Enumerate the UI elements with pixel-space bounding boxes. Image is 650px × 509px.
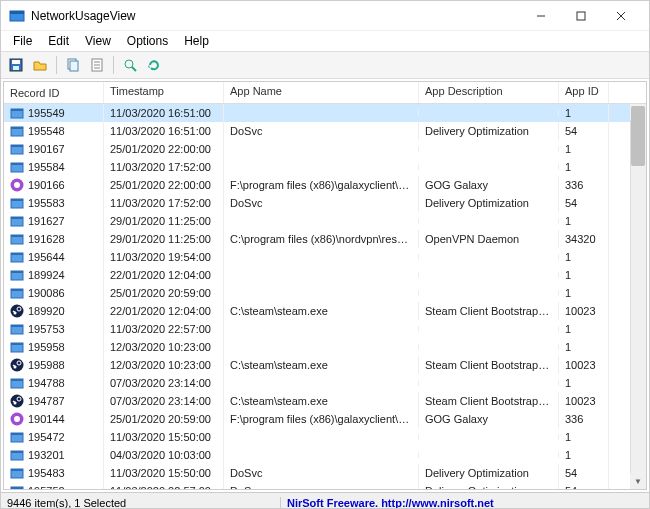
menu-help[interactable]: Help (176, 32, 217, 50)
open-folder-icon[interactable] (29, 54, 51, 76)
cell-app-description (419, 218, 559, 224)
cell-record-id: 195988 (28, 359, 65, 371)
close-button[interactable] (601, 2, 641, 30)
cell-timestamp: 11/03/2020 22:57:00 (104, 482, 224, 489)
properties-icon[interactable] (86, 54, 108, 76)
cell-timestamp: 11/03/2020 19:54:00 (104, 248, 224, 266)
cell-timestamp: 12/03/2020 10:23:00 (104, 356, 224, 374)
row-app-icon (10, 376, 24, 390)
menu-options[interactable]: Options (119, 32, 176, 50)
svg-rect-64 (11, 469, 23, 471)
menubar: File Edit View Options Help (1, 31, 649, 51)
col-app-name[interactable]: App Name (224, 82, 419, 103)
scrollbar-thumb[interactable] (631, 106, 645, 166)
table-row[interactable]: 19016725/01/2020 22:00:001 (4, 140, 646, 158)
cell-app-id: 54 (559, 464, 609, 482)
cell-app-description (419, 254, 559, 260)
table-row[interactable]: 19575211/03/2020 22:57:00DoSvcDelivery O… (4, 482, 646, 489)
svg-rect-52 (11, 379, 23, 381)
svg-rect-46 (11, 343, 23, 345)
toolbar-separator (56, 56, 57, 74)
table-row[interactable]: 19598812/03/2020 10:23:00C:\steam\steam.… (4, 356, 646, 374)
table-row[interactable]: 19554911/03/2020 16:51:001 (4, 104, 646, 122)
col-app-id[interactable]: App ID (559, 82, 609, 103)
cell-timestamp: 07/03/2020 23:14:00 (104, 392, 224, 410)
titlebar: NetworkUsageView (1, 1, 649, 31)
cell-app-id: 10023 (559, 356, 609, 374)
table-row[interactable]: 19558311/03/2020 17:52:00DoSvcDelivery O… (4, 194, 646, 212)
menu-edit[interactable]: Edit (40, 32, 77, 50)
table-row[interactable]: 19014425/01/2020 20:59:00F:\program file… (4, 410, 646, 428)
cell-timestamp: 11/03/2020 16:51:00 (104, 122, 224, 140)
cell-app-name (224, 344, 419, 350)
table-row[interactable]: 19162729/01/2020 11:25:001 (4, 212, 646, 230)
cell-app-name: C:\program files (x86)\nordvpn\resources… (224, 230, 419, 248)
table-row[interactable]: 19162829/01/2020 11:25:00C:\program file… (4, 230, 646, 248)
table-row[interactable]: 18992422/01/2020 12:04:001 (4, 266, 646, 284)
scroll-down-icon[interactable]: ▼ (630, 473, 646, 489)
cell-app-id: 336 (559, 176, 609, 194)
cell-app-description (419, 380, 559, 386)
row-app-icon (10, 322, 24, 336)
cell-app-description (419, 326, 559, 332)
cell-app-description (419, 164, 559, 170)
svg-rect-3 (577, 12, 585, 20)
row-app-icon (10, 358, 24, 372)
cell-app-id: 1 (559, 140, 609, 158)
status-link[interactable]: NirSoft Freeware. http://www.nirsoft.net (281, 497, 649, 509)
cell-record-id: 194788 (28, 377, 65, 389)
row-app-icon (10, 412, 24, 426)
cell-app-name (224, 218, 419, 224)
cell-timestamp: 11/03/2020 17:52:00 (104, 194, 224, 212)
table-row[interactable]: 19478807/03/2020 23:14:001 (4, 374, 646, 392)
cell-app-description (419, 434, 559, 440)
cell-app-name: C:\steam\steam.exe (224, 392, 419, 410)
cell-app-id: 1 (559, 446, 609, 464)
cell-app-name: F:\program files (x86)\galaxyclient\gala… (224, 176, 419, 194)
table-row[interactable]: 19554811/03/2020 16:51:00DoSvcDelivery O… (4, 122, 646, 140)
table-row[interactable]: 19320104/03/2020 10:03:001 (4, 446, 646, 464)
cell-app-name: DoSvc (224, 122, 419, 140)
cell-timestamp: 25/01/2020 22:00:00 (104, 176, 224, 194)
table-row[interactable]: 19548311/03/2020 15:50:00DoSvcDelivery O… (4, 464, 646, 482)
cell-app-description: Delivery Optimization (419, 482, 559, 489)
find-icon[interactable] (119, 54, 141, 76)
table-row[interactable]: 19595812/03/2020 10:23:001 (4, 338, 646, 356)
col-timestamp[interactable]: Timestamp (104, 82, 224, 103)
col-record-id[interactable]: Record ID (4, 82, 104, 103)
maximize-button[interactable] (561, 2, 601, 30)
table-row[interactable]: 19016625/01/2020 22:00:00F:\program file… (4, 176, 646, 194)
table-row[interactable]: 18992022/01/2020 12:04:00C:\steam\steam.… (4, 302, 646, 320)
cell-app-id: 54 (559, 482, 609, 489)
table-row[interactable]: 19575311/03/2020 22:57:001 (4, 320, 646, 338)
cell-timestamp: 04/03/2020 10:03:00 (104, 446, 224, 464)
save-icon[interactable] (5, 54, 27, 76)
minimize-button[interactable] (521, 2, 561, 30)
col-app-description[interactable]: App Description (419, 82, 559, 103)
table-row[interactable]: 19008625/01/2020 20:59:001 (4, 284, 646, 302)
cell-app-description (419, 290, 559, 296)
cell-app-id: 1 (559, 104, 609, 122)
table-row[interactable]: 19547211/03/2020 15:50:001 (4, 428, 646, 446)
cell-record-id: 191627 (28, 215, 65, 227)
cell-record-id: 195548 (28, 125, 65, 137)
refresh-icon[interactable] (143, 54, 165, 76)
table-row[interactable]: 19558411/03/2020 17:52:001 (4, 158, 646, 176)
menu-view[interactable]: View (77, 32, 119, 50)
cell-record-id: 195583 (28, 197, 65, 209)
row-app-icon (10, 250, 24, 264)
copy-icon[interactable] (62, 54, 84, 76)
table-row[interactable]: 19564411/03/2020 19:54:001 (4, 248, 646, 266)
cell-app-id: 1 (559, 212, 609, 230)
svg-rect-28 (11, 199, 23, 201)
cell-app-description: GOG Galaxy (419, 176, 559, 194)
row-app-icon (10, 430, 24, 444)
cell-record-id: 190166 (28, 179, 65, 191)
cell-app-id: 1 (559, 338, 609, 356)
menu-file[interactable]: File (5, 32, 40, 50)
table-row[interactable]: 19478707/03/2020 23:14:00C:\steam\steam.… (4, 392, 646, 410)
cell-timestamp: 29/01/2020 11:25:00 (104, 212, 224, 230)
cell-app-name: DoSvc (224, 464, 419, 482)
svg-rect-32 (11, 235, 23, 237)
cell-app-name (224, 434, 419, 440)
